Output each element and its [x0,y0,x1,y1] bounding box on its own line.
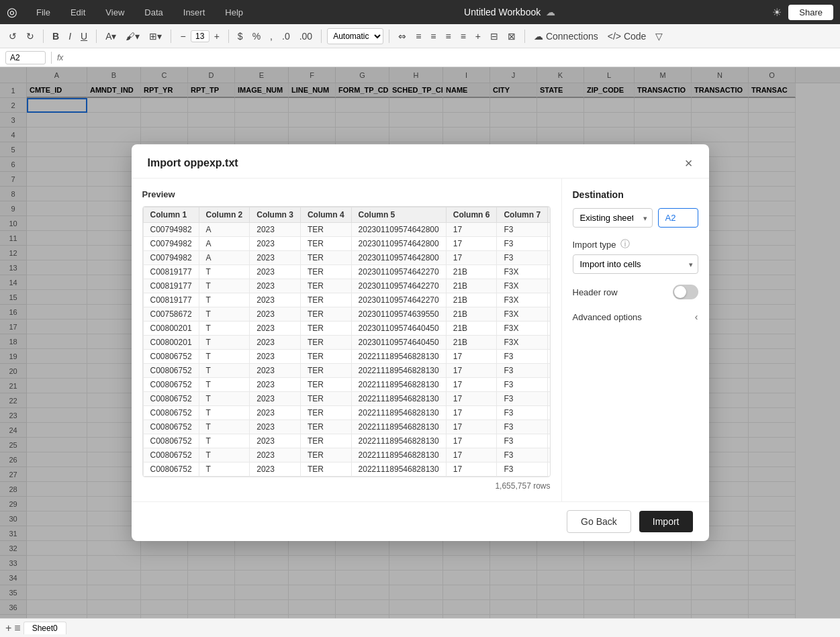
preview-table-wrapper[interactable]: Column 1Column 2Column 3Column 4Column 5… [142,206,551,477]
preview-cell: 2023 [250,251,301,265]
italic-button[interactable]: I [65,29,75,44]
preview-cell: F3X [497,293,548,307]
align-left-button[interactable]: ≡ [412,29,424,44]
share-button[interactable]: Share [788,5,833,20]
fx-label: fx [57,53,63,62]
preview-cell: SB [548,392,551,406]
connections-button[interactable]: ☁ Connections [530,29,602,44]
menu-edit[interactable]: Edit [66,6,89,19]
undo-button[interactable]: ↺ [5,29,20,44]
preview-cell: 17 [446,364,497,378]
font-size-decrease[interactable]: − [177,29,189,44]
preview-cell: 2023 [250,322,301,336]
import-button[interactable]: Import [639,511,693,532]
preview-cell: 2023 [250,279,301,293]
highlight-button[interactable]: 🖌▾ [122,29,143,44]
preview-cell: 202211189546828130 [351,364,446,378]
sheet0-tab[interactable]: Sheet0 [24,622,66,634]
insert-row-button[interactable]: + [472,29,484,44]
preview-cell: 17 [446,237,497,251]
merge-button[interactable]: ⊠ [504,29,519,44]
menu-view[interactable]: View [101,6,128,19]
border-button[interactable]: ⊞▾ [146,29,165,44]
code-button[interactable]: </> Code [604,29,650,44]
formula-input[interactable] [68,53,835,62]
font-color-button[interactable]: A▾ [102,29,120,44]
redo-button[interactable]: ↻ [23,29,38,44]
list-item: C00758672T2023TER20230110957463955021BF3… [143,307,551,322]
modal-close-button[interactable]: × [685,156,693,170]
align-right-button[interactable]: ≡ [442,29,455,44]
preview-cell: T [199,279,250,293]
list-item: C00819177T2023TER20230110957464227021BF3… [143,293,551,307]
preview-cell: SB [548,420,551,434]
menu-help[interactable]: Help [221,6,247,19]
font-size-input[interactable] [191,30,209,42]
info-icon[interactable]: ⓘ [620,238,630,250]
preview-cell: TER [300,336,351,350]
destination-cell-input[interactable] [658,208,698,228]
wrap-button[interactable]: ⇔ [395,29,410,44]
preview-cell: F3X [497,336,548,350]
align-center-button[interactable]: ≡ [427,29,439,44]
go-back-button[interactable]: Go Back [567,510,631,533]
preview-cell: C00806752 [143,378,199,392]
preview-cell: TER [300,307,351,322]
preview-cell: F3 [497,406,548,420]
theme-icon[interactable]: ☀ [772,6,782,19]
header-row-label: Header row [573,287,618,297]
percent-button[interactable]: % [249,29,264,44]
app-logo: ◎ [7,5,17,19]
comma-button[interactable]: , [267,29,276,44]
preview-cell: C00806752 [143,392,199,406]
destination-select[interactable]: Existing sheet New sheet [573,208,653,228]
import-type-select[interactable]: Import into cells Import as table [573,254,698,274]
currency-button[interactable]: $ [234,29,246,44]
decimal-decrease-button[interactable]: .0 [279,29,293,44]
menu-file[interactable]: File [32,6,54,19]
font-size-increase[interactable]: + [211,29,223,44]
preview-cell: F3 [497,364,548,378]
preview-cell: F3 [497,392,548,406]
modal-footer: Go Back Import [132,501,709,541]
preview-cell: F3X [497,265,548,279]
preview-cell: 202301109574642270 [351,293,446,307]
preview-cell: F3 [497,378,548,392]
modal-header: Import oppexp.txt × [132,144,709,179]
list-item: C00794982A2023TER20230110957464280017F3S… [143,237,551,251]
preview-cell: C00794982 [143,251,199,265]
menu-data[interactable]: Data [140,6,167,19]
preview-cell: TER [300,462,351,477]
preview-cell: F3 [497,434,548,448]
preview-cell: T [199,293,250,307]
cell-reference-input[interactable] [5,51,46,64]
sheets-menu-button[interactable]: ≡ [14,622,20,634]
preview-cell: C00806752 [143,448,199,462]
bold-button[interactable]: B [49,29,62,44]
filter-button[interactable]: ▽ [652,29,666,44]
preview-cell: TER [300,406,351,420]
decimal-increase-button[interactable]: .00 [296,29,316,44]
preview-cell: SB [548,336,551,350]
format-select[interactable]: Automatic [327,28,383,44]
header-row-toggle[interactable] [673,285,698,299]
preview-cell: 202211189546828130 [351,434,446,448]
preview-cell: C00806752 [143,350,199,364]
preview-cell: T [199,307,250,322]
list-item: C00806752T2023TER20221118954682813017F3S… [143,420,551,434]
advanced-options-row[interactable]: Advanced options ‹ [573,310,698,324]
preview-cell: TER [300,293,351,307]
preview-cell: 2023 [250,434,301,448]
preview-cell: 21B [446,279,497,293]
import-type-label: Import type [573,240,616,250]
menu-insert[interactable]: Insert [179,6,209,19]
add-sheet-button[interactable]: + [5,622,11,634]
freeze-button[interactable]: ⊟ [487,29,502,44]
preview-cell: SB [548,265,551,279]
underline-button[interactable]: U [77,29,91,44]
preview-cell: C00806752 [143,364,199,378]
vertical-align-button[interactable]: ≡ [457,29,469,44]
preview-cell: SB [548,279,551,293]
preview-cell: F3 [497,350,548,364]
preview-cell: 2023 [250,392,301,406]
